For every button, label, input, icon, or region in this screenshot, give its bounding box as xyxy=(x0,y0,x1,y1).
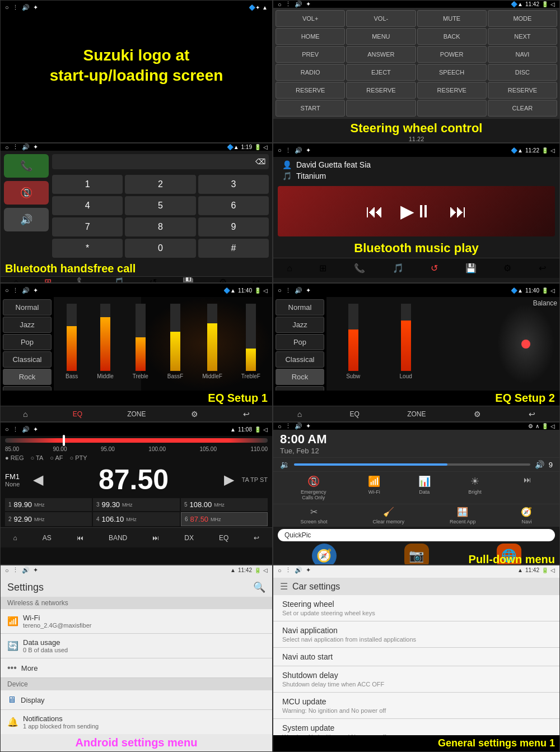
apps-nav-icon[interactable]: ⊞ xyxy=(44,277,52,283)
btn-back[interactable]: BACK xyxy=(417,28,487,45)
back-icon[interactable]: ↩ xyxy=(529,410,535,419)
num-star[interactable]: * xyxy=(52,239,123,258)
btn-start[interactable]: START xyxy=(276,100,345,117)
home-icon[interactable]: ⌂ xyxy=(13,534,17,542)
eq2-preset-jazz[interactable]: Jazz xyxy=(276,317,324,333)
num-7[interactable]: 7 xyxy=(52,217,123,236)
freq-next-button[interactable]: ▶ xyxy=(224,472,234,488)
next-icon[interactable]: ⏭ xyxy=(152,534,159,542)
as-button[interactable]: AS xyxy=(43,534,52,542)
play-pause-button[interactable]: ▶⏸ xyxy=(400,201,432,222)
car-setting-mcu[interactable]: MCU update Warning: No ignition and No p… xyxy=(273,693,559,719)
settings-display-item[interactable]: 🖥 Display xyxy=(1,690,272,710)
eq-nav-icon[interactable]: 🎵 xyxy=(113,277,124,283)
btn-reserve3[interactable]: RESERVE xyxy=(417,82,487,99)
eq-preset-news[interactable]: News xyxy=(3,386,52,391)
band-button[interactable]: BAND xyxy=(109,534,127,542)
preset-2[interactable]: 2 92.90 MHz xyxy=(5,512,92,526)
settings-data-item[interactable]: 🔄 Data usage 0 B of data used xyxy=(1,634,272,658)
expand-icon[interactable]: ∧ xyxy=(535,423,539,429)
btn-eject[interactable]: EJECT xyxy=(346,64,416,81)
preset-3[interactable]: 3 99.30 MHz xyxy=(93,498,180,511)
back-icon[interactable]: ↩ xyxy=(243,410,250,419)
btn-prev[interactable]: PREV xyxy=(276,46,345,63)
btn-power[interactable]: POWER xyxy=(417,46,487,63)
hamburger-icon[interactable]: ☰ xyxy=(280,581,288,592)
next-track-button[interactable]: ⏭ xyxy=(449,201,467,222)
eq-preset-normal[interactable]: Normal xyxy=(3,299,52,315)
volume-slider[interactable] xyxy=(294,463,530,466)
eq-label[interactable]: EQ xyxy=(350,410,360,418)
bt-nav-icon[interactable]: ↺ xyxy=(150,277,157,283)
settings-nav-icon[interactable]: ⚙ xyxy=(219,277,227,283)
eq-preset-pop[interactable]: Pop xyxy=(3,334,52,350)
btn-home[interactable]: HOME xyxy=(276,28,345,45)
eq-preset-jazz[interactable]: Jazz xyxy=(3,317,52,333)
btn-answer[interactable]: ANSWER xyxy=(346,46,416,63)
btn-disc[interactable]: DISC xyxy=(488,64,557,81)
prev-icon[interactable]: ⏮ xyxy=(77,534,83,542)
action-screenshot[interactable]: ✂ Screen shot xyxy=(300,507,327,524)
dx-button[interactable]: DX xyxy=(184,534,194,542)
back-nav-icon[interactable]: ↩ xyxy=(252,277,259,283)
num-4[interactable]: 4 xyxy=(52,196,123,215)
num-8[interactable]: 8 xyxy=(125,217,195,236)
back-nav-icon[interactable]: ↩ xyxy=(539,263,546,273)
eq-preset-classical[interactable]: Classical xyxy=(3,351,52,368)
app-camera[interactable]: 📷 xyxy=(404,544,429,565)
eq-nav-icon[interactable]: 🎵 xyxy=(393,263,404,273)
car-setting-system[interactable]: System update Warning: No ignition and N… xyxy=(273,719,559,735)
app-maps[interactable]: 🧭 xyxy=(312,544,337,565)
num-2[interactable]: 2 xyxy=(125,175,195,194)
toggle-data[interactable]: 📊 Data xyxy=(418,475,431,500)
eq2-preset-rock[interactable]: Rock xyxy=(276,369,324,385)
num-hash[interactable]: # xyxy=(198,239,269,258)
eq2-preset-pop[interactable]: Pop xyxy=(276,334,324,350)
settings-gear[interactable]: ⚙ xyxy=(528,423,533,429)
settings-icon[interactable]: ⚙ xyxy=(474,410,481,419)
preset-4[interactable]: 4 106.10 MHz xyxy=(93,512,180,526)
eq2-preset-news[interactable]: News xyxy=(276,386,324,391)
settings-icon[interactable]: ⚙ xyxy=(191,410,198,419)
action-navi[interactable]: 🧭 Navi xyxy=(521,507,532,524)
btn-reserve1[interactable]: RESERVE xyxy=(276,82,345,99)
settings-nav-icon[interactable]: ⚙ xyxy=(503,263,511,273)
num-3[interactable]: 3 xyxy=(198,175,269,194)
home-icon[interactable]: ⌂ xyxy=(23,410,27,419)
call-accept-button[interactable]: 📞 xyxy=(4,154,49,178)
home-nav-icon[interactable]: ⌂ xyxy=(287,263,292,273)
btn-speech[interactable]: SPEECH xyxy=(417,64,487,81)
num-1[interactable]: 1 xyxy=(52,175,123,194)
action-clear-memory[interactable]: 🧹 Clear memory xyxy=(372,507,404,524)
action-recent-app[interactable]: 🪟 Recent App xyxy=(450,507,476,524)
eq-label[interactable]: EQ xyxy=(73,410,82,418)
search-icon[interactable]: 🔍 xyxy=(253,581,265,593)
num-9[interactable]: 9 xyxy=(198,217,269,236)
eq2-preset-classical[interactable]: Classical xyxy=(276,351,324,368)
preset-5[interactable]: 5 108.00 MHz xyxy=(181,498,268,511)
preset-6-active[interactable]: 6 87.50 MHz xyxy=(181,512,268,526)
btn-reserve4[interactable]: RESERVE xyxy=(488,82,557,99)
toggle-wifi[interactable]: 📶 Wi-Fi xyxy=(368,475,380,500)
btn-volup[interactable]: VOL+ xyxy=(276,10,345,27)
home-nav-icon[interactable]: ⌂ xyxy=(13,277,19,284)
home-icon[interactable]: ⌂ xyxy=(297,410,302,419)
car-setting-steering[interactable]: Steering wheel Set or update steering wh… xyxy=(273,595,559,621)
apps-nav-icon[interactable]: ⊞ xyxy=(319,263,326,273)
back-icon[interactable]: ↩ xyxy=(254,534,259,542)
car-setting-navi-app[interactable]: Navi application Select navi application… xyxy=(273,621,559,648)
sd-nav-icon[interactable]: 💾 xyxy=(465,263,477,273)
call-mute-button[interactable]: 🔊 xyxy=(4,208,49,231)
tel-nav-icon[interactable]: 📞 xyxy=(77,277,88,283)
btn-reserve2[interactable]: RESERVE xyxy=(346,82,416,99)
btn-navi[interactable]: NAVI xyxy=(488,46,557,63)
sd-nav-icon[interactable]: 💾 xyxy=(183,277,194,283)
settings-more-item[interactable]: ••• More xyxy=(1,658,272,678)
car-setting-shutdown[interactable]: Shutdown delay Shutdown delay time when … xyxy=(273,666,559,693)
prev-track-button[interactable]: ⏮ xyxy=(366,201,384,222)
preset-1[interactable]: 1 89.90 MHz xyxy=(5,498,92,511)
btn-menu[interactable]: MENU xyxy=(346,28,416,45)
btn-next[interactable]: NEXT xyxy=(488,28,557,45)
num-5[interactable]: 5 xyxy=(125,196,195,215)
btn-clear[interactable]: CLEAR xyxy=(488,100,557,117)
